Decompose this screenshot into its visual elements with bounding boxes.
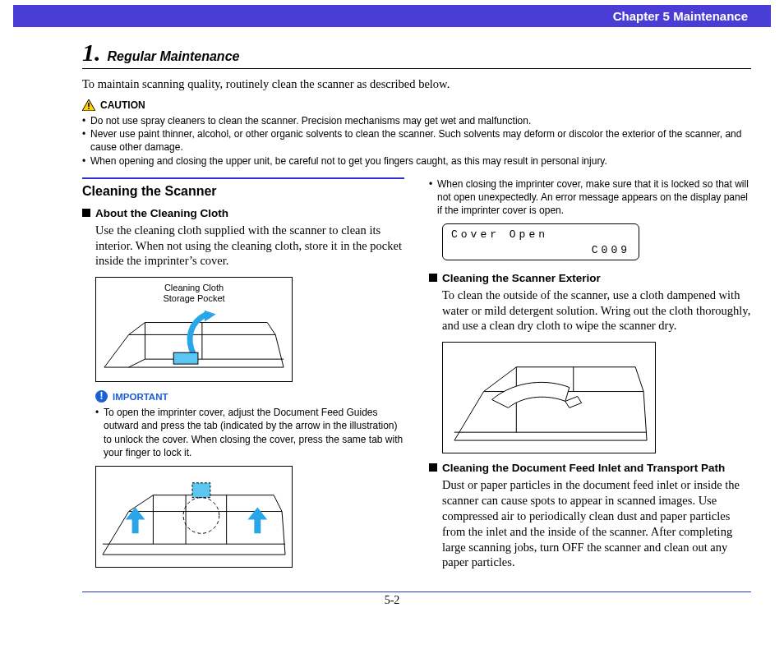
important-icon: !	[95, 390, 108, 403]
figure-cleaning-cloth-pocket: Cleaning Cloth Storage Pocket	[95, 277, 293, 382]
cleaning-exterior-title: Cleaning the Scanner Exterior	[442, 272, 601, 284]
right-column: When closing the imprinter cover, make s…	[429, 177, 751, 579]
cover-lock-note: When closing the imprinter cover, make s…	[429, 177, 751, 218]
left-column: Cleaning the Scanner About the Cleaning …	[82, 177, 404, 579]
square-bullet-icon	[82, 209, 90, 217]
figure-wiping-scanner	[442, 342, 656, 453]
caution-header: CAUTION	[82, 99, 751, 111]
cleaning-scanner-heading: Cleaning the Scanner	[82, 184, 404, 199]
important-label: IMPORTANT	[113, 392, 168, 402]
display-line-2: C009	[451, 243, 630, 258]
square-bullet-icon	[429, 463, 437, 472]
display-panel: Cover Open C009	[442, 223, 639, 260]
square-bullet-icon	[429, 274, 437, 282]
svg-rect-4	[173, 353, 198, 365]
caution-item: Do not use spray cleaners to clean the s…	[82, 114, 751, 127]
section-rule	[82, 177, 404, 179]
section-title: 1. Regular Maintenance	[82, 39, 751, 69]
important-item: To open the imprinter cover, adjust the …	[95, 406, 404, 459]
wiping-scanner-illustration	[443, 343, 655, 453]
intro-text: To maintain scanning quality, routinely …	[82, 77, 751, 91]
caution-list: Do not use spray cleaners to clean the s…	[82, 114, 751, 168]
svg-rect-1	[88, 103, 90, 107]
important-header: ! IMPORTANT	[95, 390, 404, 403]
cleaning-feed-title: Cleaning the Document Feed Inlet and Tra…	[442, 462, 725, 474]
section-name: Regular Maintenance	[108, 49, 240, 63]
cleaning-feed-body: Dust or paper particles in the document …	[442, 477, 751, 570]
warning-triangle-icon	[82, 99, 95, 111]
cleaning-feed-heading: Cleaning the Document Feed Inlet and Tra…	[429, 462, 751, 474]
cover-lock-note-list: When closing the imprinter cover, make s…	[429, 177, 751, 218]
caution-item: When opening and closing the upper unit,…	[82, 154, 751, 168]
cleaning-exterior-heading: Cleaning the Scanner Exterior	[429, 272, 751, 284]
page-number: 5-2	[0, 594, 784, 607]
about-cloth-heading: About the Cleaning Cloth	[82, 207, 404, 219]
caution-label: CAUTION	[100, 99, 145, 111]
chapter-banner: Chapter 5 Maintenance	[13, 5, 771, 27]
cleaning-exterior-body: To clean the outside of the scanner, use…	[442, 288, 751, 334]
figure-imprinter-cover	[95, 466, 293, 568]
svg-rect-7	[192, 483, 210, 498]
svg-rect-2	[88, 108, 90, 109]
figure-label: Cleaning Cloth Storage Pocket	[96, 283, 292, 304]
footer-rule	[82, 591, 751, 592]
caution-item: Never use paint thinner, alcohol, or oth…	[82, 127, 751, 154]
svg-marker-3	[205, 311, 216, 322]
imprinter-cover-illustration	[96, 467, 292, 568]
svg-point-8	[183, 498, 219, 534]
about-cloth-title: About the Cleaning Cloth	[95, 207, 228, 219]
section-number: 1.	[82, 39, 101, 66]
page-body: 1. Regular Maintenance To maintain scann…	[0, 27, 784, 578]
display-line-1: Cover Open	[451, 228, 630, 242]
about-cloth-body: Use the cleaning cloth supplied with the…	[95, 223, 404, 269]
important-list: To open the imprinter cover, adjust the …	[95, 406, 404, 459]
